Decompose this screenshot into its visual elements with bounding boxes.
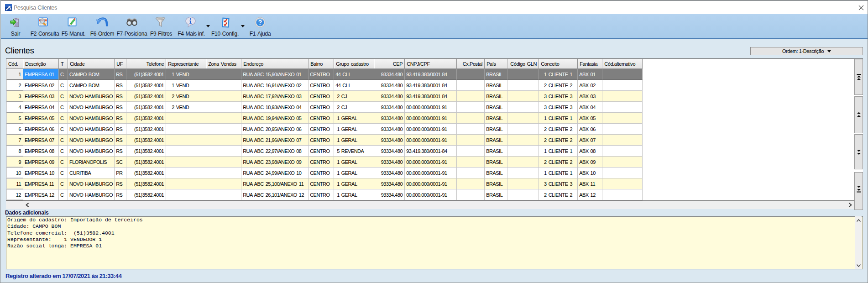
svg-text:?: ?: [258, 19, 262, 26]
